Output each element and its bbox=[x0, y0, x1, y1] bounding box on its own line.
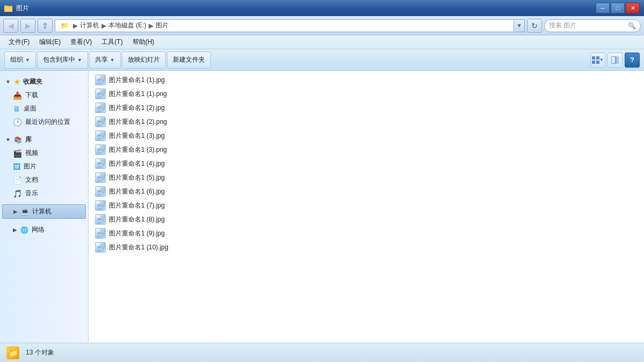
view-dropdown-icon: ▼ bbox=[599, 57, 604, 62]
file-item[interactable]: 图片重命名1 (6).jpg bbox=[91, 184, 642, 198]
file-thumbnail bbox=[95, 242, 106, 253]
file-item[interactable]: 图片重命名1 (2).png bbox=[91, 115, 642, 129]
favorites-arrow-icon: ▼ bbox=[5, 79, 11, 85]
file-item[interactable]: 图片重命名1 (3).jpg bbox=[91, 129, 642, 143]
organize-button[interactable]: 组织 ▼ bbox=[4, 51, 36, 69]
favorites-label: 收藏夹 bbox=[23, 77, 42, 86]
file-thumbnail bbox=[95, 158, 106, 169]
sidebar-item-video[interactable]: 🎬 视频 bbox=[2, 146, 86, 160]
menu-file[interactable]: 文件(F) bbox=[4, 36, 34, 48]
maximize-button[interactable]: □ bbox=[611, 3, 625, 13]
menu-edit[interactable]: 编辑(E) bbox=[35, 36, 65, 48]
svg-point-22 bbox=[101, 162, 103, 164]
sidebar-item-documents[interactable]: 📄 文档 bbox=[2, 173, 86, 187]
file-thumbnail bbox=[95, 186, 106, 197]
sidebar-item-pictures[interactable]: 🖼 图片 bbox=[2, 160, 86, 173]
close-button[interactable]: ✕ bbox=[626, 3, 640, 13]
address-path[interactable]: 📁 ▶ 计算机 ▶ 本地磁盘 (E:) ▶ 图片 bbox=[55, 19, 514, 32]
svg-point-12 bbox=[101, 92, 103, 94]
svg-rect-5 bbox=[592, 61, 595, 64]
sidebar-downloads-label: 下载 bbox=[25, 91, 38, 100]
menu-tools[interactable]: 工具(T) bbox=[97, 36, 127, 48]
new-folder-button[interactable]: 新建文件夹 bbox=[167, 51, 211, 69]
file-name: 图片重命名1 (2).jpg bbox=[109, 104, 165, 113]
sidebar-item-computer[interactable]: ▶ 💻 计算机 bbox=[2, 204, 86, 219]
file-thumbnail bbox=[95, 130, 106, 141]
view-grid-icon bbox=[592, 56, 599, 64]
slideshow-label: 放映幻灯片 bbox=[128, 55, 160, 64]
file-item[interactable]: 图片重命名1 (5).jpg bbox=[91, 171, 642, 184]
sidebar-item-downloads[interactable]: 📥 下载 bbox=[2, 88, 86, 102]
search-box[interactable]: 搜索 图片 🔍 bbox=[544, 19, 641, 32]
file-item[interactable]: 图片重命名1 (1).png bbox=[91, 87, 642, 101]
path-dropdown-button[interactable]: ▼ bbox=[514, 19, 525, 32]
minimize-button[interactable]: ─ bbox=[596, 3, 610, 13]
sidebar-item-music[interactable]: 🎵 音乐 bbox=[2, 187, 86, 200]
sidebar-section-network: ▶ 🌐 网络 bbox=[2, 223, 86, 237]
svg-point-18 bbox=[101, 134, 103, 136]
search-icon: 🔍 bbox=[628, 22, 636, 29]
sidebar-network-label: 网络 bbox=[32, 225, 45, 234]
slideshow-button[interactable]: 放映幻灯片 bbox=[122, 51, 166, 69]
forward-button[interactable]: ▶ bbox=[20, 19, 35, 33]
file-item[interactable]: 图片重命名1 (2).jpg bbox=[91, 101, 642, 115]
sidebar-item-recent[interactable]: 🕐 最近访问的位置 bbox=[2, 115, 86, 129]
sidebar-item-desktop[interactable]: 🖥 桌面 bbox=[2, 102, 86, 115]
svg-point-24 bbox=[101, 176, 103, 178]
file-item[interactable]: 图片重命名1 (9).jpg bbox=[91, 226, 642, 240]
svg-point-32 bbox=[101, 232, 103, 233]
file-name: 图片重命名1 (10).jpg bbox=[109, 243, 169, 252]
file-list: 图片重命名1 (1).jpg图片重命名1 (1).png图片重命名1 (2).j… bbox=[89, 71, 644, 343]
sidebar-favorites-header[interactable]: ▼ ★ 收藏夹 bbox=[2, 75, 86, 88]
file-item[interactable]: 图片重命名1 (1).jpg bbox=[91, 73, 642, 87]
sidebar-section-computer: ▶ 💻 计算机 bbox=[2, 204, 86, 219]
preview-pane-button[interactable] bbox=[608, 53, 623, 68]
desktop-icon: 🖥 bbox=[13, 105, 20, 113]
view-options-button[interactable]: ▼ bbox=[590, 53, 605, 68]
file-thumbnail bbox=[95, 200, 106, 211]
sidebar-pictures-label: 图片 bbox=[24, 162, 36, 171]
search-placeholder: 搜索 图片 bbox=[549, 21, 576, 30]
window-title: 图片 bbox=[16, 4, 29, 13]
download-folder-icon: 📥 bbox=[13, 91, 22, 100]
sidebar-item-network[interactable]: ▶ 🌐 网络 bbox=[2, 223, 86, 237]
include-library-arrow-icon: ▼ bbox=[77, 57, 82, 63]
file-name: 图片重命名1 (3).png bbox=[109, 145, 167, 154]
file-name: 图片重命名1 (9).jpg bbox=[109, 229, 165, 238]
svg-point-20 bbox=[101, 148, 103, 150]
file-name: 图片重命名1 (4).jpg bbox=[109, 159, 165, 168]
file-item[interactable]: 图片重命名1 (8).jpg bbox=[91, 212, 642, 226]
share-arrow-icon: ▼ bbox=[110, 57, 115, 63]
refresh-button[interactable]: ↻ bbox=[527, 19, 542, 33]
svg-point-16 bbox=[101, 120, 103, 122]
help-button[interactable]: ? bbox=[625, 53, 640, 68]
computer-icon: 💻 bbox=[21, 208, 29, 216]
main-content: ▼ ★ 收藏夹 📥 下载 🖥 桌面 🕐 最近访问的位置 ▼ 📚 库 bbox=[0, 71, 644, 343]
file-item[interactable]: 图片重命名1 (10).jpg bbox=[91, 240, 642, 254]
organize-arrow-icon: ▼ bbox=[25, 57, 30, 63]
svg-point-10 bbox=[101, 78, 103, 80]
library-arrow-icon: ▼ bbox=[5, 137, 11, 143]
preview-icon bbox=[611, 56, 619, 64]
menu-view[interactable]: 查看(V) bbox=[66, 36, 96, 48]
path-sep2: ▶ bbox=[101, 22, 106, 29]
file-item[interactable]: 图片重命名1 (3).png bbox=[91, 143, 642, 157]
network-arrow-icon: ▶ bbox=[13, 227, 17, 233]
path-sep3: ▶ bbox=[149, 22, 153, 29]
folder-title-icon bbox=[4, 4, 13, 12]
back-button[interactable]: ◀ bbox=[3, 19, 18, 33]
sidebar-library-header[interactable]: ▼ 📚 库 bbox=[2, 133, 86, 146]
recent-icon: 🕐 bbox=[13, 118, 22, 127]
file-item[interactable]: 图片重命名1 (4).jpg bbox=[91, 157, 642, 171]
svg-point-34 bbox=[101, 246, 103, 247]
include-library-button[interactable]: 包含到库中 ▼ bbox=[37, 51, 88, 69]
file-item[interactable]: 图片重命名1 (7).jpg bbox=[91, 198, 642, 212]
star-icon: ★ bbox=[14, 78, 20, 86]
svg-point-30 bbox=[101, 218, 103, 219]
network-icon: 🌐 bbox=[20, 226, 28, 234]
status-bar: 📁 13 个对象 bbox=[0, 343, 644, 362]
file-name: 图片重命名1 (8).jpg bbox=[109, 215, 165, 224]
up-button[interactable]: ⇧ bbox=[38, 19, 53, 33]
menu-help[interactable]: 帮助(H) bbox=[128, 36, 159, 48]
share-button[interactable]: 共享 ▼ bbox=[89, 51, 121, 69]
